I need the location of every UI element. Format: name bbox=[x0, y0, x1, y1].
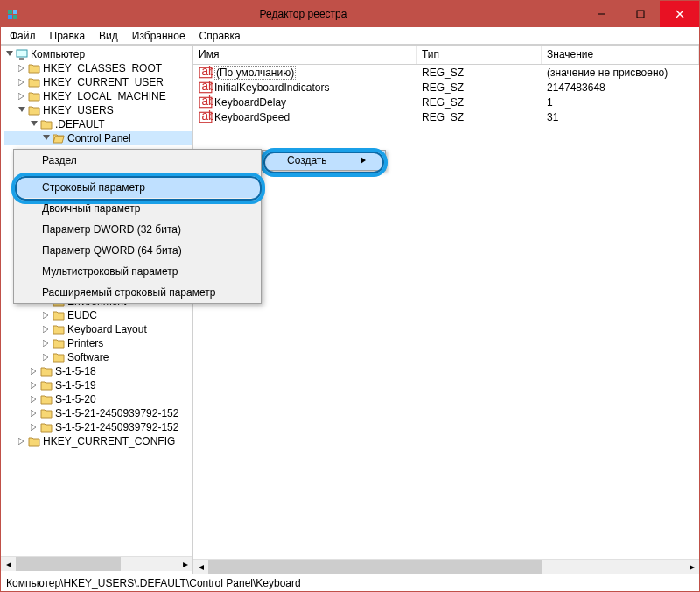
menu-item-expandstring[interactable]: Расширяемый строковый параметр bbox=[14, 282, 261, 303]
tree-hive[interactable]: HKEY_CURRENT_USER bbox=[4, 75, 192, 89]
tree-key-default[interactable]: .DEFAULT bbox=[4, 117, 192, 131]
folder-icon bbox=[52, 308, 66, 322]
expand-icon[interactable] bbox=[29, 422, 39, 433]
value-type: REG_SZ bbox=[416, 67, 542, 79]
tree-key-sid[interactable]: S-1-5-21-2450939792-152 bbox=[4, 406, 192, 420]
folder-open-icon bbox=[52, 131, 66, 145]
menu-item-label: Расширяемый строковый параметр bbox=[42, 286, 215, 299]
expand-icon[interactable] bbox=[17, 63, 27, 74]
svg-rect-0 bbox=[8, 10, 12, 14]
scroll-right-icon[interactable]: ▸ bbox=[178, 557, 192, 571]
values-list[interactable]: ab(По умолчанию) REG_SZ (значение не при… bbox=[193, 65, 699, 559]
value-name: KeyboardSpeed bbox=[214, 111, 290, 123]
menu-item-string[interactable]: Строковый параметр bbox=[14, 177, 261, 198]
tree-label: HKEY_LOCAL_MACHINE bbox=[43, 90, 166, 102]
menu-favorites[interactable]: Избранное bbox=[125, 28, 192, 44]
tree-key-control-panel[interactable]: Control Panel bbox=[4, 131, 192, 145]
list-horizontal-scrollbar[interactable]: ◂ ▸ bbox=[193, 559, 699, 574]
expand-icon[interactable] bbox=[29, 408, 39, 419]
folder-icon bbox=[27, 61, 41, 75]
tree-key-sid[interactable]: S-1-5-21-2450939792-152 bbox=[4, 420, 192, 434]
menu-item-key[interactable]: Раздел bbox=[14, 150, 261, 171]
column-value[interactable]: Значение bbox=[542, 46, 699, 64]
content-area: Компьютер HKEY_CLASSES_ROOT HKEY_CURRENT… bbox=[1, 45, 699, 574]
svg-text:ab: ab bbox=[201, 95, 213, 108]
tree-key-sid[interactable]: S-1-5-20 bbox=[4, 392, 192, 406]
collapse-icon[interactable] bbox=[4, 49, 15, 60]
menu-item-create[interactable]: Создать bbox=[262, 151, 385, 170]
folder-icon bbox=[27, 103, 41, 117]
menu-edit[interactable]: Правка bbox=[43, 28, 93, 44]
value-row[interactable]: abKeyboardDelay REG_SZ 1 bbox=[193, 95, 699, 109]
svg-marker-35 bbox=[360, 157, 366, 164]
tree-label: HKEY_CURRENT_CONFIG bbox=[43, 435, 175, 448]
expand-icon[interactable] bbox=[41, 324, 52, 335]
tree-label: S-1-5-21-2450939792-152 bbox=[55, 407, 178, 419]
tree-hive[interactable]: HKEY_USERS bbox=[4, 103, 192, 117]
tree-key[interactable]: EUDC bbox=[4, 308, 192, 322]
expand-icon[interactable] bbox=[17, 91, 27, 102]
close-button[interactable] bbox=[660, 1, 699, 27]
menu-item-multistring[interactable]: Мультистроковый параметр bbox=[14, 261, 261, 282]
string-value-icon: ab bbox=[199, 66, 213, 80]
expand-icon[interactable] bbox=[17, 436, 27, 447]
tree-hive[interactable]: HKEY_CLASSES_ROOT bbox=[4, 61, 192, 75]
collapse-icon[interactable] bbox=[41, 133, 52, 144]
context-menu-new[interactable]: Создать bbox=[262, 150, 386, 171]
tree-key-sid[interactable]: S-1-5-19 bbox=[4, 378, 192, 392]
tree-root[interactable]: Компьютер bbox=[4, 47, 192, 61]
menu-file[interactable]: Файл bbox=[3, 28, 43, 44]
value-data: 2147483648 bbox=[542, 81, 699, 94]
folder-icon bbox=[39, 392, 53, 406]
expand-icon[interactable] bbox=[29, 380, 39, 391]
tree-horizontal-scrollbar[interactable]: ◂ ▸ bbox=[1, 556, 192, 571]
svg-marker-23 bbox=[31, 396, 36, 403]
tree-hive[interactable]: HKEY_LOCAL_MACHINE bbox=[4, 89, 192, 103]
expand-icon[interactable] bbox=[41, 310, 52, 321]
menu-item-qword[interactable]: Параметр QWORD (64 бита) bbox=[14, 240, 261, 261]
svg-marker-26 bbox=[18, 438, 24, 445]
scroll-left-icon[interactable]: ◂ bbox=[1, 557, 16, 571]
folder-icon bbox=[39, 364, 53, 378]
maximize-button[interactable] bbox=[620, 1, 660, 27]
minimize-button[interactable] bbox=[581, 1, 620, 27]
menu-item-label: Мультистроковый параметр bbox=[42, 265, 178, 278]
expand-icon[interactable] bbox=[17, 77, 27, 88]
submenu-arrow-icon bbox=[360, 154, 366, 166]
menu-view[interactable]: Вид bbox=[92, 28, 125, 44]
menu-help[interactable]: Справка bbox=[192, 28, 248, 44]
tree-key[interactable]: Software bbox=[4, 350, 192, 364]
menu-item-dword[interactable]: Параметр DWORD (32 бита) bbox=[14, 219, 261, 240]
window-title: Редактор реестра bbox=[25, 1, 581, 27]
svg-marker-16 bbox=[43, 135, 50, 140]
tree-key-sid[interactable]: S-1-5-18 bbox=[4, 364, 192, 378]
value-row[interactable]: ab(По умолчанию) REG_SZ (значение не при… bbox=[193, 65, 699, 80]
column-name[interactable]: Имя bbox=[193, 46, 416, 64]
statusbar: Компьютер\HKEY_USERS\.DEFAULT\Control Pa… bbox=[1, 574, 699, 591]
value-row[interactable]: abInitialKeyboardIndicators REG_SZ 21474… bbox=[193, 80, 699, 95]
menubar: Файл Правка Вид Избранное Справка bbox=[1, 27, 699, 45]
folder-icon bbox=[39, 117, 53, 131]
scroll-left-icon[interactable]: ◂ bbox=[193, 560, 208, 574]
values-pane: Имя Тип Значение ab(По умолчанию) REG_SZ… bbox=[193, 46, 699, 574]
column-type[interactable]: Тип bbox=[416, 46, 542, 64]
expand-icon[interactable] bbox=[41, 338, 52, 349]
menu-item-binary[interactable]: Двоичный параметр bbox=[14, 198, 261, 219]
folder-icon bbox=[39, 420, 53, 434]
tree-key[interactable]: Printers bbox=[4, 336, 192, 350]
expand-icon[interactable] bbox=[29, 366, 39, 377]
tree-hive[interactable]: HKEY_CURRENT_CONFIG bbox=[4, 434, 192, 448]
context-submenu-new[interactable]: Раздел Строковый параметр Двоичный парам… bbox=[13, 149, 262, 304]
expand-icon[interactable] bbox=[41, 352, 52, 363]
collapse-icon[interactable] bbox=[17, 105, 27, 116]
value-row[interactable]: abKeyboardSpeed REG_SZ 31 bbox=[193, 109, 699, 124]
value-name: InitialKeyboardIndicators bbox=[214, 81, 329, 94]
value-type: REG_SZ bbox=[416, 111, 542, 123]
svg-marker-17 bbox=[43, 312, 48, 319]
scroll-right-icon[interactable]: ▸ bbox=[684, 560, 699, 574]
menu-item-label: Двоичный параметр bbox=[42, 202, 141, 215]
tree-key[interactable]: Keyboard Layout bbox=[4, 322, 192, 336]
svg-rect-2 bbox=[13, 10, 18, 14]
collapse-icon[interactable] bbox=[29, 119, 39, 130]
expand-icon[interactable] bbox=[29, 394, 39, 405]
